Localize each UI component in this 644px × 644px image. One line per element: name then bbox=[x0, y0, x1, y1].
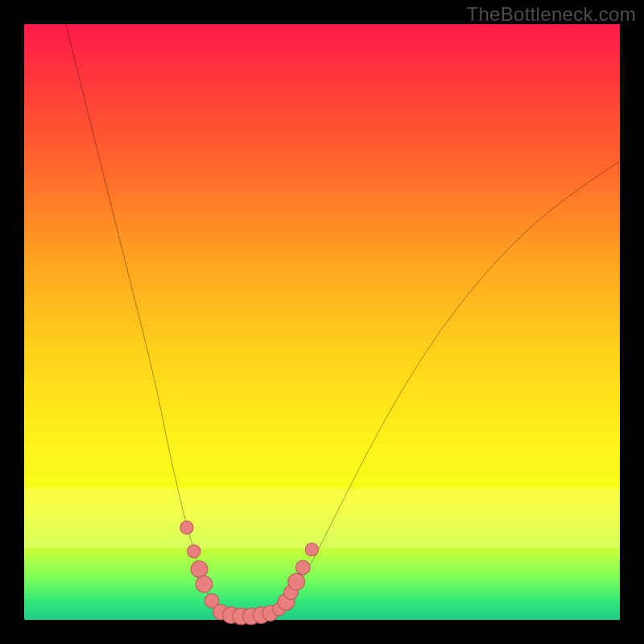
curve-marker bbox=[305, 543, 318, 556]
curve-marker bbox=[180, 521, 193, 534]
marker-group bbox=[180, 521, 319, 625]
curve-marker bbox=[188, 545, 200, 558]
plot-area bbox=[24, 24, 620, 620]
curve-marker bbox=[295, 560, 310, 575]
chart-stage: TheBottleneck.com bbox=[0, 0, 644, 644]
curve-layer bbox=[24, 24, 620, 620]
bottleneck-curve bbox=[66, 24, 620, 617]
curve-marker bbox=[196, 576, 213, 592]
curve-marker bbox=[191, 561, 208, 578]
attribution-text: TheBottleneck.com bbox=[466, 3, 636, 26]
curve-marker bbox=[288, 573, 305, 590]
